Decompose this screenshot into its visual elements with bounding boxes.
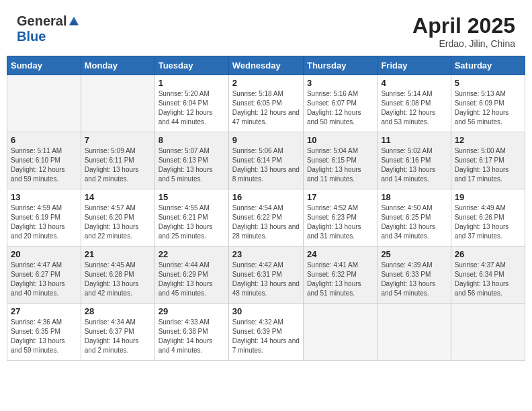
day-number: 14 bbox=[85, 192, 151, 202]
day-number: 24 bbox=[307, 249, 373, 259]
day-number: 7 bbox=[85, 135, 151, 145]
day-info: Sunrise: 4:32 AMSunset: 6:39 PMDaylight:… bbox=[232, 318, 300, 355]
day-number: 15 bbox=[159, 192, 225, 202]
page-header: General Blue April 2025 Erdao, Jilin, Ch… bbox=[7, 7, 525, 52]
day-info: Sunrise: 4:39 AMSunset: 6:33 PMDaylight:… bbox=[381, 261, 447, 298]
day-number: 30 bbox=[232, 306, 300, 316]
day-info: Sunrise: 4:49 AMSunset: 6:26 PMDaylight:… bbox=[455, 203, 521, 241]
calendar-day-cell: 18Sunrise: 4:50 AMSunset: 6:25 PMDayligh… bbox=[378, 189, 451, 246]
day-info: Sunrise: 4:52 AMSunset: 6:23 PMDaylight:… bbox=[307, 203, 373, 241]
day-number: 29 bbox=[159, 306, 225, 316]
calendar-day-cell: 9Sunrise: 5:06 AMSunset: 6:14 PMDaylight… bbox=[228, 132, 303, 189]
calendar-day-cell: 3Sunrise: 5:16 AMSunset: 6:07 PMDaylight… bbox=[303, 75, 377, 132]
day-number: 5 bbox=[455, 78, 521, 88]
calendar-week-row: 27Sunrise: 4:36 AMSunset: 6:35 PMDayligh… bbox=[7, 304, 525, 361]
calendar-day-cell bbox=[81, 75, 154, 132]
logo-general-text: General bbox=[17, 13, 66, 29]
month-title: April 2025 bbox=[412, 13, 515, 38]
calendar-day-cell bbox=[303, 304, 377, 361]
day-number: 19 bbox=[455, 192, 521, 202]
day-number: 2 bbox=[232, 78, 300, 88]
day-number: 4 bbox=[381, 78, 447, 88]
calendar-day-cell: 7Sunrise: 5:09 AMSunset: 6:11 PMDaylight… bbox=[81, 132, 154, 189]
day-number: 28 bbox=[85, 306, 151, 316]
day-info: Sunrise: 5:20 AMSunset: 6:04 PMDaylight:… bbox=[159, 89, 225, 127]
calendar-day-cell: 5Sunrise: 5:13 AMSunset: 6:09 PMDaylight… bbox=[451, 75, 525, 132]
calendar-day-cell: 30Sunrise: 4:32 AMSunset: 6:39 PMDayligh… bbox=[228, 304, 303, 361]
calendar-day-cell: 17Sunrise: 4:52 AMSunset: 6:23 PMDayligh… bbox=[303, 189, 377, 246]
day-number: 1 bbox=[159, 78, 225, 88]
weekday-header-friday: Friday bbox=[378, 56, 451, 75]
calendar-table: SundayMondayTuesdayWednesdayThursdayFrid… bbox=[7, 56, 525, 361]
logo-blue-text: Blue bbox=[17, 29, 46, 44]
calendar-day-cell: 29Sunrise: 4:33 AMSunset: 6:38 PMDayligh… bbox=[154, 304, 228, 361]
calendar-day-cell: 26Sunrise: 4:37 AMSunset: 6:34 PMDayligh… bbox=[451, 246, 525, 304]
day-info: Sunrise: 4:47 AMSunset: 6:27 PMDaylight:… bbox=[11, 261, 77, 298]
day-info: Sunrise: 5:00 AMSunset: 6:17 PMDaylight:… bbox=[455, 146, 521, 184]
calendar-day-cell: 27Sunrise: 4:36 AMSunset: 6:35 PMDayligh… bbox=[7, 304, 81, 361]
calendar-week-row: 6Sunrise: 5:11 AMSunset: 6:10 PMDaylight… bbox=[7, 132, 525, 189]
calendar-day-cell: 6Sunrise: 5:11 AMSunset: 6:10 PMDaylight… bbox=[7, 132, 81, 189]
calendar-day-cell: 2Sunrise: 5:18 AMSunset: 6:05 PMDaylight… bbox=[228, 75, 303, 132]
weekday-header-monday: Monday bbox=[81, 56, 154, 75]
calendar-week-row: 13Sunrise: 4:59 AMSunset: 6:19 PMDayligh… bbox=[7, 189, 525, 246]
day-info: Sunrise: 5:04 AMSunset: 6:15 PMDaylight:… bbox=[307, 146, 373, 184]
calendar-day-cell: 28Sunrise: 4:34 AMSunset: 6:37 PMDayligh… bbox=[81, 304, 154, 361]
calendar-day-cell bbox=[451, 304, 525, 361]
calendar-day-cell: 19Sunrise: 4:49 AMSunset: 6:26 PMDayligh… bbox=[451, 189, 525, 246]
day-number: 11 bbox=[381, 135, 447, 145]
calendar-week-row: 20Sunrise: 4:47 AMSunset: 6:27 PMDayligh… bbox=[7, 246, 525, 304]
day-info: Sunrise: 4:57 AMSunset: 6:20 PMDaylight:… bbox=[85, 203, 151, 241]
day-info: Sunrise: 4:42 AMSunset: 6:31 PMDaylight:… bbox=[232, 261, 300, 298]
day-number: 21 bbox=[85, 249, 151, 259]
day-number: 25 bbox=[381, 249, 447, 259]
day-number: 20 bbox=[11, 249, 77, 259]
day-info: Sunrise: 5:09 AMSunset: 6:11 PMDaylight:… bbox=[85, 146, 151, 184]
calendar-day-cell: 1Sunrise: 5:20 AMSunset: 6:04 PMDaylight… bbox=[154, 75, 228, 132]
day-info: Sunrise: 4:54 AMSunset: 6:22 PMDaylight:… bbox=[232, 203, 300, 241]
calendar-day-cell: 21Sunrise: 4:45 AMSunset: 6:28 PMDayligh… bbox=[81, 246, 154, 304]
calendar-day-cell: 23Sunrise: 4:42 AMSunset: 6:31 PMDayligh… bbox=[228, 246, 303, 304]
day-number: 12 bbox=[455, 135, 521, 145]
day-info: Sunrise: 4:59 AMSunset: 6:19 PMDaylight:… bbox=[11, 203, 77, 241]
day-number: 9 bbox=[232, 135, 300, 145]
calendar-day-cell: 14Sunrise: 4:57 AMSunset: 6:20 PMDayligh… bbox=[81, 189, 154, 246]
weekday-header-sunday: Sunday bbox=[7, 56, 81, 75]
day-info: Sunrise: 5:06 AMSunset: 6:14 PMDaylight:… bbox=[232, 146, 300, 184]
calendar-day-cell: 10Sunrise: 5:04 AMSunset: 6:15 PMDayligh… bbox=[303, 132, 377, 189]
day-info: Sunrise: 5:14 AMSunset: 6:08 PMDaylight:… bbox=[381, 89, 447, 127]
title-section: April 2025 Erdao, Jilin, China bbox=[412, 13, 515, 49]
calendar-day-cell: 22Sunrise: 4:44 AMSunset: 6:29 PMDayligh… bbox=[154, 246, 228, 304]
calendar-day-cell: 8Sunrise: 5:07 AMSunset: 6:13 PMDaylight… bbox=[154, 132, 228, 189]
day-number: 26 bbox=[455, 249, 521, 259]
day-number: 6 bbox=[11, 135, 77, 145]
weekday-header-tuesday: Tuesday bbox=[154, 56, 228, 75]
weekday-header-thursday: Thursday bbox=[303, 56, 377, 75]
day-number: 16 bbox=[232, 192, 300, 202]
day-info: Sunrise: 5:18 AMSunset: 6:05 PMDaylight:… bbox=[232, 89, 300, 127]
day-number: 17 bbox=[307, 192, 373, 202]
day-info: Sunrise: 4:55 AMSunset: 6:21 PMDaylight:… bbox=[159, 203, 225, 241]
day-info: Sunrise: 5:11 AMSunset: 6:10 PMDaylight:… bbox=[11, 146, 77, 184]
day-info: Sunrise: 5:13 AMSunset: 6:09 PMDaylight:… bbox=[455, 89, 521, 127]
calendar-day-cell: 16Sunrise: 4:54 AMSunset: 6:22 PMDayligh… bbox=[228, 189, 303, 246]
day-info: Sunrise: 5:02 AMSunset: 6:16 PMDaylight:… bbox=[381, 146, 447, 184]
calendar-day-cell: 4Sunrise: 5:14 AMSunset: 6:08 PMDaylight… bbox=[378, 75, 451, 132]
logo-icon bbox=[68, 15, 80, 28]
day-number: 23 bbox=[232, 249, 300, 259]
day-info: Sunrise: 4:45 AMSunset: 6:28 PMDaylight:… bbox=[85, 261, 151, 298]
calendar-day-cell: 12Sunrise: 5:00 AMSunset: 6:17 PMDayligh… bbox=[451, 132, 525, 189]
day-number: 27 bbox=[11, 306, 77, 316]
location-text: Erdao, Jilin, China bbox=[412, 38, 515, 49]
calendar-day-cell bbox=[7, 75, 81, 132]
calendar-day-cell: 24Sunrise: 4:41 AMSunset: 6:32 PMDayligh… bbox=[303, 246, 377, 304]
day-info: Sunrise: 5:07 AMSunset: 6:13 PMDaylight:… bbox=[159, 146, 225, 184]
day-info: Sunrise: 4:33 AMSunset: 6:38 PMDaylight:… bbox=[159, 318, 225, 355]
weekday-header-saturday: Saturday bbox=[451, 56, 525, 75]
weekday-header-wednesday: Wednesday bbox=[228, 56, 303, 75]
calendar-week-row: 1Sunrise: 5:20 AMSunset: 6:04 PMDaylight… bbox=[7, 75, 525, 132]
calendar-day-cell: 15Sunrise: 4:55 AMSunset: 6:21 PMDayligh… bbox=[154, 189, 228, 246]
day-info: Sunrise: 4:44 AMSunset: 6:29 PMDaylight:… bbox=[159, 261, 225, 298]
calendar-day-cell: 25Sunrise: 4:39 AMSunset: 6:33 PMDayligh… bbox=[378, 246, 451, 304]
calendar-day-cell: 13Sunrise: 4:59 AMSunset: 6:19 PMDayligh… bbox=[7, 189, 81, 246]
